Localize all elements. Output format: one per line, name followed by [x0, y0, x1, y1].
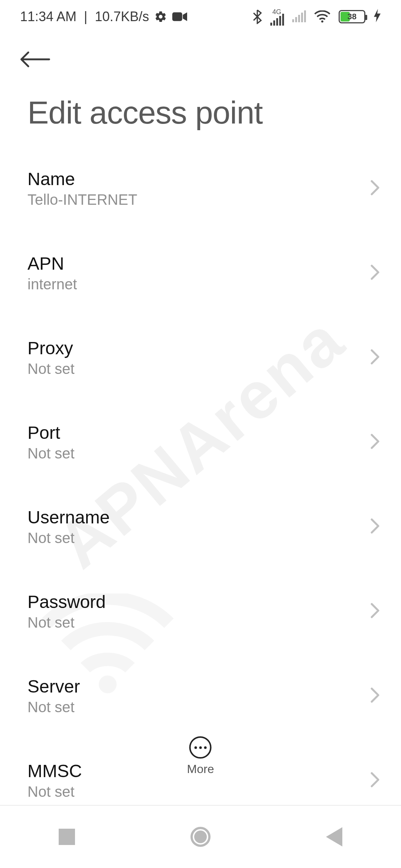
- setting-name[interactable]: Name Tello-INTERNET: [27, 146, 390, 230]
- app-bar: [0, 33, 401, 76]
- chevron-right-icon: [370, 433, 390, 451]
- signal-bars-icon: [270, 14, 284, 26]
- setting-apn[interactable]: APN internet: [27, 230, 390, 315]
- more-icon: [189, 736, 212, 759]
- square-icon: [59, 829, 75, 845]
- status-time: 11:34 AM: [20, 9, 76, 24]
- chevron-right-icon: [370, 180, 390, 197]
- setting-label: APN: [27, 253, 77, 274]
- chevron-right-icon: [370, 687, 390, 705]
- setting-password[interactable]: Password Not set: [27, 569, 390, 653]
- setting-server[interactable]: Server Not set: [27, 653, 390, 738]
- battery-percent: 38: [340, 12, 364, 22]
- chevron-right-icon: [370, 772, 390, 789]
- setting-value: Not set: [27, 783, 82, 799]
- setting-label: MMSC: [27, 761, 82, 781]
- battery-icon: 38: [339, 10, 365, 23]
- setting-label: Name: [27, 169, 137, 189]
- setting-value: Not set: [27, 361, 75, 377]
- wifi-icon: [314, 10, 330, 23]
- settings-list-container: Name Tello-INTERNET APN internet Proxy N…: [0, 146, 401, 799]
- bluetooth-icon: [252, 9, 262, 24]
- status-right: 4G 38: [252, 8, 381, 26]
- settings-list[interactable]: Name Tello-INTERNET APN internet Proxy N…: [0, 146, 401, 799]
- chevron-right-icon: [370, 264, 390, 282]
- video-icon: [172, 11, 187, 22]
- nav-home-button[interactable]: [163, 827, 238, 847]
- chevron-right-icon: [370, 602, 390, 620]
- svg-point-1: [321, 20, 323, 23]
- setting-label: Port: [27, 423, 75, 443]
- charging-icon: [374, 9, 381, 25]
- back-button[interactable]: [19, 48, 52, 70]
- screen: 11:34 AM | 10.7KB/s 4G 3: [0, 0, 401, 868]
- chevron-right-icon: [370, 518, 390, 536]
- more-button[interactable]: More: [187, 736, 214, 776]
- setting-value: Not set: [27, 445, 75, 462]
- setting-label: Password: [27, 592, 106, 612]
- status-left: 11:34 AM | 10.7KB/s: [20, 9, 187, 24]
- chevron-right-icon: [370, 349, 390, 366]
- setting-label: Username: [27, 507, 110, 527]
- svg-rect-0: [172, 12, 182, 21]
- setting-port[interactable]: Port Not set: [27, 400, 390, 484]
- signal-primary: 4G: [270, 8, 284, 26]
- page-title: Edit access point: [0, 76, 401, 146]
- triangle-left-icon: [326, 827, 342, 846]
- setting-value: Not set: [27, 614, 106, 631]
- setting-value: Not set: [27, 530, 110, 546]
- setting-value: Tello-INTERNET: [27, 191, 137, 208]
- circle-icon: [190, 827, 211, 847]
- status-bar: 11:34 AM | 10.7KB/s 4G 3: [0, 0, 401, 33]
- gear-icon: [154, 10, 167, 23]
- signal-secondary-icon: [292, 11, 306, 22]
- nav-recent-button[interactable]: [30, 829, 104, 845]
- more-label: More: [187, 762, 214, 776]
- setting-proxy[interactable]: Proxy Not set: [27, 315, 390, 400]
- system-nav-bar: [0, 805, 401, 868]
- setting-value: Not set: [27, 699, 80, 716]
- setting-value: internet: [27, 276, 77, 293]
- setting-label: Server: [27, 676, 80, 697]
- status-net-speed: 10.7KB/s: [95, 9, 149, 24]
- setting-username[interactable]: Username Not set: [27, 484, 390, 569]
- status-divider: |: [84, 9, 87, 24]
- setting-label: Proxy: [27, 338, 75, 358]
- nav-back-button[interactable]: [297, 827, 371, 846]
